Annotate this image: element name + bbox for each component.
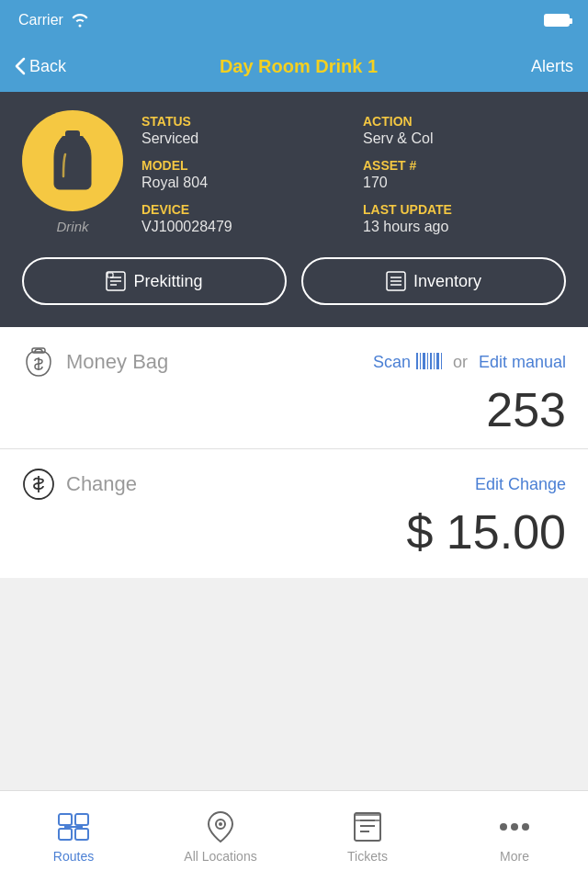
nav-header: Back Day Room Drink 1 Alerts <box>0 40 588 92</box>
device-type-label: Drink <box>56 219 88 234</box>
action-label: ACTION <box>363 114 566 129</box>
barcode-icon <box>416 353 442 371</box>
model-group: MODEL Royal 804 <box>141 158 345 191</box>
svg-point-31 <box>219 822 222 826</box>
device-info-grid: STATUS Serviced ACTION Serv & Col MODEL … <box>141 110 566 235</box>
svg-rect-24 <box>75 814 88 825</box>
inventory-button[interactable]: Inventory <box>301 257 566 305</box>
device-icon-wrap: Drink <box>22 110 123 234</box>
action-buttons-row: Prekitting Inventory <box>22 257 566 305</box>
svg-rect-16 <box>427 353 428 369</box>
change-label: Change <box>66 472 464 496</box>
svg-rect-26 <box>75 829 88 840</box>
back-label: Back <box>29 57 66 76</box>
money-bag-svg-icon <box>23 345 54 379</box>
alerts-button[interactable]: Alerts <box>531 57 573 76</box>
tickets-icon <box>351 810 384 843</box>
tab-more[interactable]: More <box>441 791 588 882</box>
inventory-content: Money Bag Scan or Edit manual 253 <box>0 327 588 578</box>
routes-icon <box>57 810 90 843</box>
money-bag-label: Money Bag <box>66 350 362 374</box>
edit-manual-button[interactable]: Edit manual <box>479 353 566 372</box>
asset-value: 170 <box>363 175 566 191</box>
location-svg-icon <box>207 810 234 843</box>
back-button[interactable]: Back <box>15 57 66 76</box>
money-bag-row: Money Bag Scan or Edit manual <box>22 345 566 379</box>
svg-point-39 <box>522 823 529 831</box>
edit-change-button[interactable]: Edit Change <box>475 475 566 494</box>
svg-point-38 <box>511 823 518 831</box>
device-details-section: Drink STATUS Serviced ACTION Serv & Col … <box>0 92 588 327</box>
svg-rect-15 <box>423 353 425 369</box>
money-bag-value[interactable]: 253 <box>22 382 566 437</box>
change-value[interactable]: $ 15.00 <box>22 504 566 560</box>
tab-all-locations[interactable]: All Locations <box>147 791 294 882</box>
last-update-group: LAST UPDATE 13 hours ago <box>363 202 566 235</box>
more-icon <box>498 810 531 843</box>
svg-rect-25 <box>59 829 72 840</box>
last-update-value: 13 hours ago <box>363 219 566 235</box>
svg-rect-1 <box>62 136 84 141</box>
prekitting-label: Prekitting <box>133 272 202 291</box>
svg-rect-19 <box>436 353 439 369</box>
action-value: Serv & Col <box>363 130 566 147</box>
last-update-label: LAST UPDATE <box>363 202 566 217</box>
all-locations-icon <box>204 810 237 843</box>
model-value: Royal 804 <box>141 175 345 191</box>
model-label: MODEL <box>141 158 345 173</box>
svg-rect-13 <box>416 353 418 369</box>
status-value: Serviced <box>141 130 345 147</box>
prekitting-button[interactable]: Prekitting <box>22 257 287 305</box>
asset-group: ASSET # 170 <box>363 158 566 191</box>
action-group: ACTION Serv & Col <box>363 114 566 147</box>
tickets-svg-icon <box>353 811 382 842</box>
device-info-layout: Drink STATUS Serviced ACTION Serv & Col … <box>22 110 566 235</box>
svg-rect-11 <box>32 348 45 353</box>
inventory-label: Inventory <box>413 272 481 291</box>
status-label: STATUS <box>141 114 345 129</box>
tab-bar: Routes All Locations Tickets <box>0 790 588 882</box>
carrier-text: Carrier <box>18 12 63 28</box>
page-title: Day Room Drink 1 <box>220 56 378 77</box>
prekitting-icon <box>106 271 126 291</box>
svg-point-37 <box>500 823 507 831</box>
svg-rect-14 <box>420 353 421 369</box>
bottle-icon <box>47 129 98 193</box>
tab-routes[interactable]: Routes <box>0 791 147 882</box>
status-group: STATUS Serviced <box>141 114 345 147</box>
wifi-icon <box>71 13 89 28</box>
change-section: Change Edit Change $ 15.00 <box>0 449 588 578</box>
change-icon <box>22 468 55 501</box>
money-bag-icon <box>22 345 55 379</box>
device-id-group: DEVICE VJ100028479 <box>141 202 345 235</box>
device-icon-circle <box>22 110 123 211</box>
svg-rect-23 <box>59 814 72 825</box>
tab-all-locations-label: All Locations <box>184 849 256 864</box>
svg-rect-20 <box>441 353 442 369</box>
scan-button[interactable]: Scan <box>373 353 442 372</box>
asset-label: ASSET # <box>363 158 566 173</box>
tab-tickets[interactable]: Tickets <box>294 791 441 882</box>
scan-label: Scan <box>373 353 411 372</box>
more-dots-icon <box>498 821 531 832</box>
svg-rect-17 <box>430 353 432 369</box>
carrier-info: Carrier <box>18 12 89 28</box>
inventory-icon <box>386 271 406 291</box>
back-chevron-icon <box>15 57 26 75</box>
dollar-circle-icon <box>22 468 55 501</box>
tab-more-label: More <box>500 849 529 864</box>
change-row: Change Edit Change <box>22 468 566 501</box>
device-id-value: VJ100028479 <box>141 219 345 235</box>
device-id-label: DEVICE <box>141 202 345 217</box>
svg-rect-18 <box>434 353 435 369</box>
routes-svg-icon <box>57 812 90 842</box>
battery-icon <box>544 14 570 27</box>
tab-tickets-label: Tickets <box>347 849 388 864</box>
tab-routes-label: Routes <box>53 849 94 864</box>
money-bag-section: Money Bag Scan or Edit manual 253 <box>0 327 588 449</box>
status-bar: Carrier <box>0 0 588 40</box>
or-label: or <box>453 353 468 372</box>
